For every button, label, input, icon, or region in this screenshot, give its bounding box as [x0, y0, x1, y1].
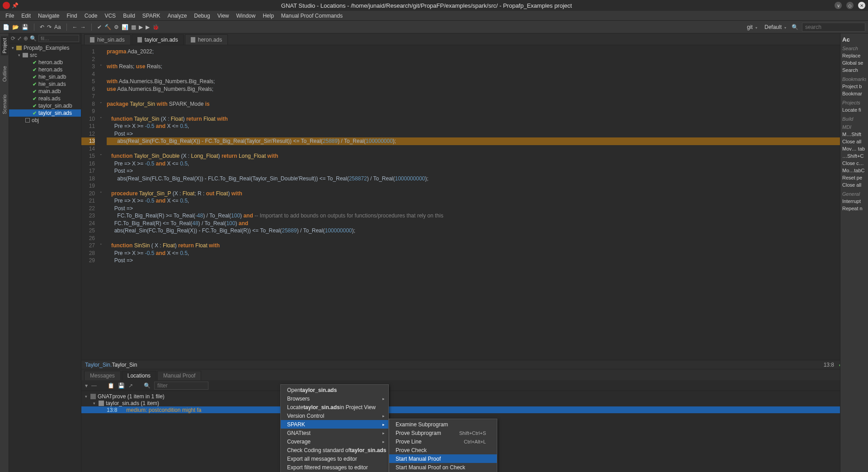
table-icon[interactable]: ▦ — [131, 24, 136, 30]
ctx-item[interactable]: Start Manual Proof — [389, 454, 497, 463]
pin-icon[interactable]: 📌 — [12, 2, 19, 9]
run-icon[interactable]: ▶ — [139, 24, 143, 30]
right-action[interactable]: Global se — [842, 59, 866, 66]
file-hie_sin-ads[interactable]: ✔hie_sin.ads — [9, 80, 81, 88]
collapse-all-icon[interactable]: ▾ — [85, 382, 88, 389]
run2-icon[interactable]: ▶ — [146, 24, 150, 30]
locations-tree[interactable]: ▾ GNATprove (1 item in 1 file) ▾ taylor_… — [81, 391, 868, 472]
nav-back-icon[interactable]: ← — [72, 24, 78, 30]
open-folder-icon[interactable]: 📂 — [12, 24, 19, 30]
case-icon[interactable]: Aa — [54, 24, 61, 30]
right-action[interactable]: Close all — [842, 138, 866, 145]
menu-view[interactable]: View — [214, 12, 233, 20]
menu-build[interactable]: Build — [119, 12, 139, 20]
menu-vcs[interactable]: VCS — [101, 12, 119, 20]
right-action[interactable]: Replace — [842, 52, 866, 59]
analyze-icon[interactable]: 📊 — [122, 24, 128, 30]
ctx-item[interactable]: Open taylor_sin.ads — [281, 386, 388, 394]
remove-icon[interactable]: — — [91, 382, 97, 389]
build2-icon[interactable]: ⚙ — [114, 24, 119, 30]
vtab-scenario[interactable]: Scenario — [1, 93, 8, 116]
right-action[interactable]: Interrupt — [842, 198, 866, 205]
right-action[interactable]: Mov… tab — [842, 145, 866, 152]
context-menu[interactable]: Open taylor_sin.adsBrowsersLocate taylor… — [280, 384, 389, 472]
file-taylor_sin-adb[interactable]: ✔taylor_sin.adb — [9, 102, 81, 109]
ctx-item[interactable]: Check Coding standard of taylor_sin.ads — [281, 446, 388, 454]
code-content[interactable]: pragma Ada_2022;with Reals; use Reals;wi… — [104, 45, 868, 360]
menu-file[interactable]: File — [2, 12, 18, 20]
vcs-dropdown[interactable]: git — [745, 23, 759, 31]
check-icon[interactable]: ✔ — [97, 24, 102, 30]
locations-root[interactable]: ▾ GNATprove (1 item in 1 file) — [81, 393, 868, 400]
ctx-item[interactable]: Browsers — [281, 394, 388, 403]
search-input[interactable] — [802, 23, 865, 32]
code-editor[interactable]: 1234567891011121314151617181920212223242… — [81, 45, 868, 360]
locations-item[interactable]: 13:8 medium: postcondition might fa — [81, 406, 868, 413]
right-action[interactable]: Project b — [842, 83, 866, 90]
vtab-project[interactable]: Project — [1, 36, 8, 55]
right-action[interactable]: Search — [842, 66, 866, 74]
line-number-gutter[interactable]: 1234567891011121314151617181920212223242… — [81, 45, 98, 360]
redo-icon[interactable]: ↷ — [47, 24, 52, 30]
menu-manual-proof-commands[interactable]: Manual Proof Commands — [278, 12, 346, 20]
menu-navigate[interactable]: Navigate — [34, 12, 63, 20]
editor-tab-heron-ads[interactable]: heron.ads — [185, 34, 228, 45]
editor-tab-hie_sin-ads[interactable]: hie_sin.ads — [84, 34, 131, 45]
project-filter-input[interactable] — [38, 35, 79, 42]
nav-forward-icon[interactable]: → — [80, 24, 86, 30]
ctx-item[interactable]: Examine Subprogram — [389, 420, 497, 429]
ctx-item[interactable]: Coverage — [281, 437, 388, 446]
ctx-item[interactable]: Start Manual Proof on Check — [389, 463, 497, 472]
fold-column[interactable]: ˅˅˅˅˅˅ — [98, 45, 104, 360]
right-action[interactable]: Close all — [842, 181, 866, 189]
right-action[interactable]: Locate fi — [842, 106, 866, 113]
file-reals-ads[interactable]: ✔reals.ads — [9, 95, 81, 102]
project-tree[interactable]: ▾Propafp_Examples▾src✔heron.adb✔heron.ad… — [9, 43, 81, 125]
right-action[interactable]: …Shift+C — [842, 152, 866, 160]
right-action[interactable]: Repeat n — [842, 205, 866, 212]
ctx-item[interactable]: Version Control — [281, 411, 388, 420]
file-heron-adb[interactable]: ✔heron.adb — [9, 59, 81, 66]
undo-icon[interactable]: ↶ — [40, 24, 44, 30]
export-icon[interactable]: ↗ — [128, 382, 133, 389]
breadcrumb[interactable]: Taylor_Sin.Taylor_Sin — [85, 362, 137, 368]
ctx-item[interactable]: Export all messages to editor — [281, 454, 388, 463]
file-main-adb[interactable]: ✔main.adb — [9, 88, 81, 95]
locations-file[interactable]: ▾ taylor_sin.ads (1 item) — [81, 400, 868, 406]
spark-submenu[interactable]: Examine SubprogramProve SubprogramShift+… — [389, 419, 497, 472]
ctx-item[interactable]: Prove SubprogramShift+Ctrl+S — [389, 429, 497, 437]
file-hie_sin-adb[interactable]: ✔hie_sin.adb — [9, 73, 81, 80]
menu-debug[interactable]: Debug — [190, 12, 213, 20]
locate-icon[interactable]: ⊕ — [24, 35, 28, 42]
right-action[interactable]: Mo…tabC — [842, 167, 866, 174]
file-heron-ads[interactable]: ✔heron.ads — [9, 66, 81, 73]
file-taylor_sin-ads[interactable]: ✔taylor_sin.ads — [9, 109, 81, 117]
ctx-item[interactable]: Prove Check — [389, 446, 497, 454]
close-button[interactable]: ✕ — [858, 2, 865, 9]
menu-find[interactable]: Find — [63, 12, 80, 20]
ctx-item[interactable]: GNATtest — [281, 429, 388, 437]
menu-window[interactable]: Window — [232, 12, 259, 20]
copy-icon[interactable]: 📋 — [108, 382, 114, 389]
menu-edit[interactable]: Edit — [18, 12, 34, 20]
menu-spark[interactable]: SPARK — [139, 12, 164, 20]
right-action[interactable]: M…Shift — [842, 131, 866, 138]
bottom-tab-manual-proof[interactable]: Manual Proof — [157, 371, 201, 380]
right-action[interactable]: Bookmar — [842, 90, 866, 97]
right-action[interactable]: Close c… — [842, 160, 866, 167]
menu-code[interactable]: Code — [81, 12, 101, 20]
ctx-item[interactable]: Export filtered messages to editor — [281, 463, 388, 472]
folder-src[interactable]: ▾src — [9, 52, 81, 59]
bottom-tab-messages[interactable]: Messages — [84, 371, 121, 380]
menu-analyze[interactable]: Analyze — [164, 12, 191, 20]
project-root[interactable]: ▾Propafp_Examples — [9, 44, 81, 52]
folder-obj[interactable]: obj — [9, 117, 81, 124]
new-file-icon[interactable]: 📄 — [3, 24, 9, 30]
editor-tab-taylor_sin-ads[interactable]: taylor_sin.ads — [132, 34, 184, 45]
maximize-button[interactable]: ◇ — [846, 2, 854, 9]
bottom-tab-locations[interactable]: Locations — [122, 371, 156, 380]
config-dropdown[interactable]: Default — [763, 23, 788, 31]
refresh-icon[interactable]: ⟳ — [11, 35, 15, 42]
build-icon[interactable]: 🔨 — [104, 24, 111, 30]
save-icon[interactable]: 💾 — [22, 24, 28, 30]
